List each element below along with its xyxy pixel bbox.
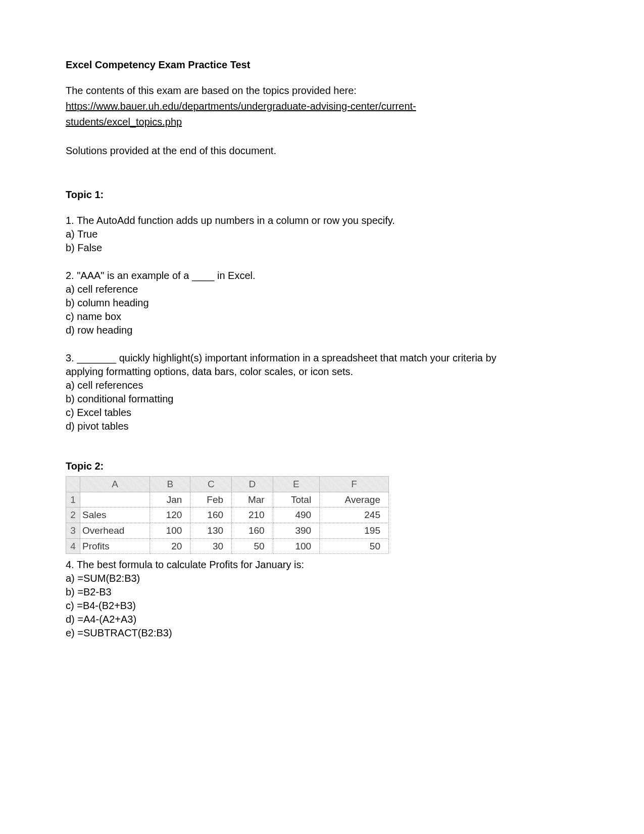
q4-option-b: b) =B2-B3 [66, 585, 578, 599]
cell-a1 [80, 492, 150, 507]
col-b: B [150, 477, 190, 492]
source-link-line2: students/excel_topics.php [66, 115, 578, 129]
col-d: D [232, 477, 273, 492]
source-link-line1: https://www.bauer.uh.edu/departments/und… [66, 100, 578, 113]
corner-cell [66, 477, 80, 492]
col-f: F [320, 477, 389, 492]
document-title: Excel Competency Exam Practice Test [66, 58, 578, 72]
q4-option-e: e) =SUBTRACT(B2:B3) [66, 626, 578, 640]
q1-option-a: a) True [66, 227, 578, 241]
topic-1-heading: Topic 1: [66, 188, 578, 202]
q1-option-b: b) False [66, 241, 578, 255]
q2-option-c: c) name box [66, 310, 578, 323]
q2-option-a: a) cell reference [66, 283, 578, 296]
q4-text: 4. The best formula to calculate Profits… [66, 558, 578, 572]
row-head-4: 4 [66, 538, 80, 554]
q4-option-a: a) =SUM(B2:B3) [66, 572, 578, 585]
row-3: 3 Overhead 100 130 160 390 195 [66, 523, 389, 538]
row-head-3: 3 [66, 523, 80, 538]
cell-d3: 160 [232, 523, 273, 538]
cell-b4: 20 [150, 538, 190, 554]
cell-e1: Total [273, 492, 319, 507]
cell-b2: 120 [150, 507, 190, 523]
row-1: 1 Jan Feb Mar Total Average [66, 492, 389, 507]
q3-option-c: c) Excel tables [66, 406, 578, 420]
col-header-row: A B C D E F [66, 477, 389, 492]
cell-c4: 30 [190, 538, 232, 554]
q4-option-c: c) =B4-(B2+B3) [66, 599, 578, 613]
source-link-cont[interactable]: students/excel_topics.php [66, 116, 182, 127]
cell-e2: 490 [273, 507, 319, 523]
cell-f4: 50 [320, 538, 389, 554]
q2-option-b: b) column heading [66, 296, 578, 310]
q2-option-d: d) row heading [66, 323, 578, 337]
excel-table: A B C D E F 1 Jan Feb Mar Total Average [66, 476, 389, 554]
row-4: 4 Profits 20 30 50 100 50 [66, 538, 389, 554]
cell-c1: Feb [190, 492, 232, 507]
row-head-2: 2 [66, 507, 80, 523]
question-4: 4. The best formula to calculate Profits… [66, 558, 578, 640]
cell-f2: 245 [320, 507, 389, 523]
cell-e3: 390 [273, 523, 319, 538]
q1-text: 1. The AutoAdd function adds up numbers … [66, 214, 578, 227]
cell-f1: Average [320, 492, 389, 507]
question-1: 1. The AutoAdd function adds up numbers … [66, 214, 578, 255]
solutions-note: Solutions provided at the end of this do… [66, 144, 578, 158]
topic-2-section: Topic 2: A B C D E F 1 Jan Feb Mar [66, 459, 578, 640]
cell-d2: 210 [232, 507, 273, 523]
row-2: 2 Sales 120 160 210 490 245 [66, 507, 389, 523]
intro-text: The contents of this exam are based on t… [66, 84, 578, 98]
cell-a4: Profits [80, 538, 150, 554]
q3-option-a: a) cell references [66, 379, 578, 392]
document-page: Excel Competency Exam Practice Test The … [0, 0, 644, 640]
cell-c3: 130 [190, 523, 232, 538]
cell-c2: 160 [190, 507, 232, 523]
topic-2-heading: Topic 2: [66, 459, 578, 473]
cell-e4: 100 [273, 538, 319, 554]
question-3: 3. _______ quickly highlight(s) importan… [66, 351, 578, 433]
row-head-1: 1 [66, 492, 80, 507]
q3-option-d: d) pivot tables [66, 420, 578, 433]
excel-table-screenshot: A B C D E F 1 Jan Feb Mar Total Average [66, 476, 389, 554]
col-c: C [190, 477, 232, 492]
cell-d1: Mar [232, 492, 273, 507]
source-link[interactable]: https://www.bauer.uh.edu/departments/und… [66, 101, 416, 112]
cell-d4: 50 [232, 538, 273, 554]
q3-option-b: b) conditional formatting [66, 392, 578, 406]
cell-f3: 195 [320, 523, 389, 538]
question-2: 2. "AAA" is an example of a ____ in Exce… [66, 269, 578, 337]
col-e: E [273, 477, 319, 492]
cell-b3: 100 [150, 523, 190, 538]
q4-option-d: d) =A4-(A2+A3) [66, 613, 578, 626]
cell-b1: Jan [150, 492, 190, 507]
q2-text: 2. "AAA" is an example of a ____ in Exce… [66, 269, 578, 283]
q3-text-line2: applying formatting options, data bars, … [66, 365, 578, 379]
cell-a2: Sales [80, 507, 150, 523]
col-a: A [80, 477, 150, 492]
cell-a3: Overhead [80, 523, 150, 538]
q3-text-line1: 3. _______ quickly highlight(s) importan… [66, 351, 578, 365]
